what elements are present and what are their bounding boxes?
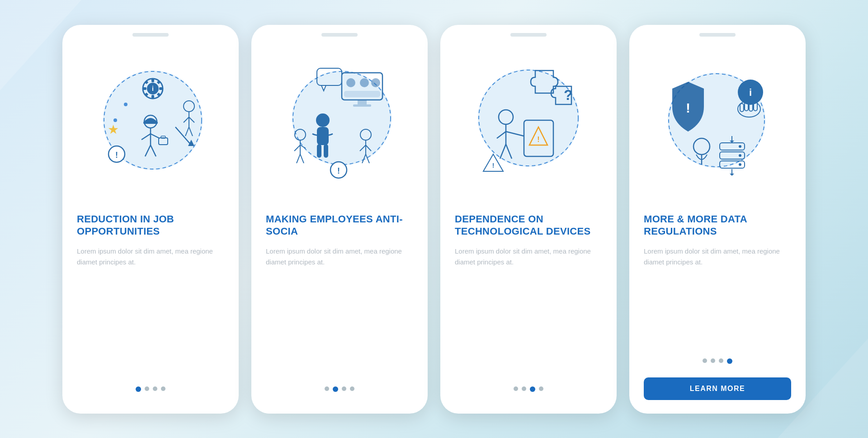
dot-active xyxy=(136,386,141,392)
svg-text:i: i xyxy=(152,85,154,92)
illustration-svg-1: i ★ ! xyxy=(83,55,218,190)
card-4-body: Lorem ipsum dolor sit dim amet, mea regi… xyxy=(644,246,791,268)
card-3-dots xyxy=(514,376,543,392)
dot xyxy=(703,358,707,363)
illustration-svg-4: ! i xyxy=(650,55,785,190)
svg-point-93 xyxy=(739,163,741,166)
svg-point-92 xyxy=(739,154,741,157)
card-2-body: Lorem ipsum dolor sit dim amet, mea regi… xyxy=(266,246,413,268)
svg-text:!: ! xyxy=(537,136,539,143)
svg-point-40 xyxy=(346,78,355,87)
svg-rect-43 xyxy=(344,91,380,97)
svg-marker-97 xyxy=(730,174,734,176)
dot xyxy=(539,386,543,391)
svg-rect-49 xyxy=(324,144,328,158)
svg-point-46 xyxy=(316,113,330,127)
svg-line-55 xyxy=(300,154,304,163)
card-3-body: Lorem ipsum dolor sit dim amet, mea regi… xyxy=(455,246,602,268)
card-1-dots xyxy=(136,376,165,392)
dot-active xyxy=(727,358,732,364)
svg-text:★: ★ xyxy=(108,122,119,137)
illustration-tech: ? xyxy=(440,41,617,204)
svg-text:i: i xyxy=(749,87,752,98)
card-anti-social: ! MAKING EMPLOYEES ANTI-SOCIA Lorem ipsu… xyxy=(251,25,428,414)
card-tech-dependence: ? xyxy=(440,25,617,414)
card-job-opportunities: i ★ ! xyxy=(62,25,239,414)
dot xyxy=(514,386,518,391)
illustration-job: i ★ ! xyxy=(62,41,239,204)
illustration-antisocial: ! xyxy=(251,41,428,204)
svg-point-42 xyxy=(371,78,380,87)
illustration-svg-2: ! xyxy=(272,55,407,190)
card-3-title: DEPENDENCE ON TECHNOLOGICAL DEVICES xyxy=(455,213,602,238)
dot xyxy=(522,386,526,391)
svg-text:?: ? xyxy=(564,87,573,103)
svg-text:!: ! xyxy=(492,162,495,169)
svg-rect-38 xyxy=(358,100,367,104)
svg-rect-48 xyxy=(317,144,321,158)
illustration-data: ! i xyxy=(629,41,806,204)
svg-line-52 xyxy=(294,145,300,151)
dot xyxy=(145,386,149,391)
dot-active xyxy=(333,386,338,392)
svg-rect-17 xyxy=(143,122,158,124)
svg-point-91 xyxy=(739,145,741,148)
svg-text:!: ! xyxy=(115,151,118,160)
svg-rect-39 xyxy=(353,104,371,107)
svg-text:!: ! xyxy=(686,100,690,115)
dot xyxy=(153,386,157,391)
dot xyxy=(161,386,165,391)
dot xyxy=(711,358,715,363)
card-4-text: MORE & MORE DATA REGULATIONS Lorem ipsum… xyxy=(629,204,806,348)
dot xyxy=(350,386,354,391)
card-2-dots xyxy=(325,376,354,392)
card-data-regulations: ! i xyxy=(629,25,806,414)
dot xyxy=(719,358,723,363)
svg-point-33 xyxy=(124,103,127,106)
phone-notch-4 xyxy=(699,33,736,37)
card-4-title: MORE & MORE DATA REGULATIONS xyxy=(644,213,791,238)
svg-text:!: ! xyxy=(337,166,340,175)
phone-notch-2 xyxy=(321,33,358,37)
card-1-text: REDUCTION IN JOB OPPORTUNITIES Lorem ips… xyxy=(62,204,239,376)
card-4-dots xyxy=(703,348,732,364)
svg-point-34 xyxy=(113,118,117,122)
phone-notch-3 xyxy=(510,33,547,37)
card-2-text: MAKING EMPLOYEES ANTI-SOCIA Lorem ipsum … xyxy=(251,204,428,376)
card-1-body: Lorem ipsum dolor sit dim amet, mea regi… xyxy=(77,246,224,268)
dot-active xyxy=(530,386,535,392)
illustration-svg-3: ? xyxy=(461,55,596,190)
svg-line-54 xyxy=(297,154,300,163)
svg-rect-6 xyxy=(159,87,163,90)
card-3-text: DEPENDENCE ON TECHNOLOGICAL DEVICES Lore… xyxy=(440,204,617,376)
dot xyxy=(325,386,329,391)
svg-point-41 xyxy=(360,78,369,87)
cards-container: i ★ ! xyxy=(44,7,824,432)
learn-more-button[interactable]: LEARN MORE xyxy=(644,377,791,400)
svg-rect-3 xyxy=(151,79,154,82)
svg-rect-5 xyxy=(143,87,146,90)
dot xyxy=(342,386,346,391)
phone-notch-1 xyxy=(132,33,169,37)
svg-rect-4 xyxy=(151,95,154,99)
card-2-title: MAKING EMPLOYEES ANTI-SOCIA xyxy=(266,213,413,238)
card-1-title: REDUCTION IN JOB OPPORTUNITIES xyxy=(77,213,224,238)
